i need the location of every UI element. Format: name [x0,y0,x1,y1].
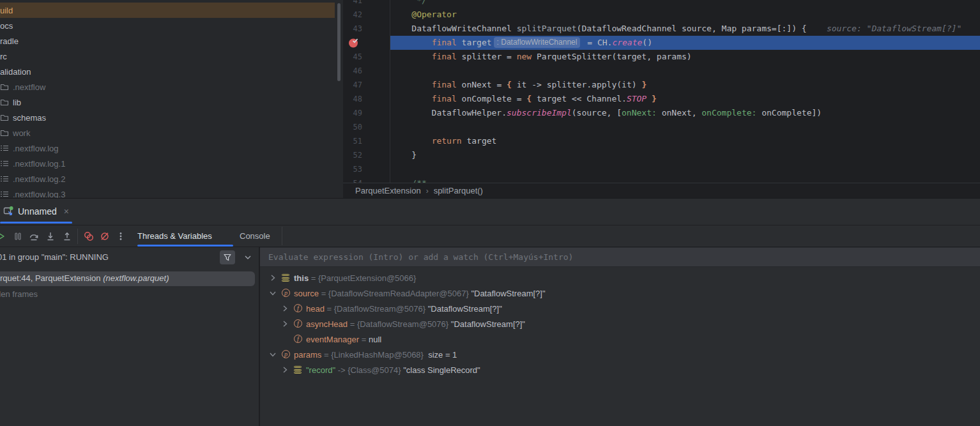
tree-item--nextflow[interactable]: .nextflow [0,79,335,95]
code-line-44[interactable]: final target: DataflowWriteChannel = CH.… [390,36,652,50]
tree-item-work[interactable]: work [0,125,335,141]
mute-breakpoints-icon[interactable] [100,231,110,241]
tree-item-lib[interactable]: lib [0,95,335,110]
more-icon[interactable] [116,231,126,241]
log-file-icon [0,174,13,184]
tree-item-label: alidation [0,67,31,77]
tree-item--nextflow-log-3[interactable]: .nextflow.log.3 [0,186,335,198]
folder-icon [0,128,13,138]
ide-window: uildocsradlercalidation.nextflowlibschem… [0,0,980,426]
folder-icon [0,112,13,123]
chevron-down-icon[interactable] [269,289,277,297]
frame-location: rquet:44, ParquetExtension [0,273,103,283]
debug-tool-window: Unnamed × Threads & Variables Console 01… [0,198,980,426]
variable-row[interactable]: pparams = {LinkedHashMap@5068} size = 1 [260,347,980,362]
hidden-frames-label[interactable]: den frames [0,289,38,299]
code-editor[interactable]: 41424345464748495051525354 */ @Operator … [343,0,980,183]
chevron-right-icon[interactable] [281,320,289,328]
tab-console-label: Console [240,231,270,241]
toolbar-separator [77,229,78,244]
project-tree: uildocsradlercalidation.nextflowlibschem… [0,0,343,198]
tree-item-schemas[interactable]: schemas [0,110,335,125]
tab-console[interactable]: Console [240,225,270,247]
variable-text: "record" -> {Class@5074} "class SingleRe… [306,365,480,375]
debug-session-tab[interactable]: Unnamed × [3,201,69,222]
toolbar-bottom-border [0,247,980,247]
code-line-54[interactable]: /** [390,176,427,183]
field-icon: f [294,319,303,328]
variable-row[interactable]: "record" -> {Class@5074} "class SingleRe… [260,362,980,377]
code-line-46[interactable] [390,64,392,78]
variable-row[interactable]: fhead = {DataflowStream@5076} "DataflowS… [260,301,980,316]
chevron-right-icon[interactable] [269,274,277,282]
tree-scrollbar[interactable] [337,3,341,81]
tree-item--nextflow-log[interactable]: .nextflow.log [0,141,335,156]
pause-icon[interactable] [13,231,23,241]
chevron-right-icon[interactable] [281,366,289,374]
toolbar-separator [282,227,282,245]
tree-item-radle[interactable]: radle [0,33,335,49]
code-line-51[interactable]: return target [390,134,496,148]
tree-item-rc[interactable]: rc [0,49,335,64]
tree-item-label: .nextflow.log.2 [13,174,65,184]
breakpoint-icon[interactable] [348,37,360,49]
code-line-49[interactable]: DataflowHelper.subscribeImpl(source, [on… [390,106,822,120]
tree-item-ocs[interactable]: ocs [0,18,335,33]
code-line-45[interactable]: final splitter = new ParquetSplitter(tar… [390,50,692,64]
step-over-icon[interactable] [29,231,39,241]
close-icon[interactable]: × [64,206,69,217]
tree-item-label: work [13,128,30,138]
tree-item-label: .nextflow.log [13,144,59,153]
stack-frame-row[interactable]: rquet:44, ParquetExtension (nextflow.par… [0,271,255,286]
tree-item-label: .nextflow [13,82,45,92]
tree-item-label: schemas [13,113,46,123]
code-line-53[interactable] [390,162,392,176]
code-line-41[interactable]: */ [390,0,427,8]
code-line-52[interactable]: } [390,148,417,162]
line-number: 43 [343,22,362,36]
breadcrumb-separator-icon: › [426,186,429,195]
line-number: 51 [343,134,362,148]
evaluate-expression-bar[interactable] [260,248,980,267]
breadcrumb-item-class[interactable]: ParquetExtension [355,186,421,195]
code-line-47[interactable]: final onNext = { it -> splitter.apply(it… [390,78,647,92]
filter-frames-button[interactable] [220,250,235,264]
resume-icon[interactable] [0,231,6,241]
tree-item-uild[interactable]: uild [0,3,335,18]
active-tab-underline [0,222,72,224]
tree-item--nextflow-log-1[interactable]: .nextflow.log.1 [0,156,335,171]
chevron-right-icon[interactable] [281,305,289,312]
chevron-down-icon[interactable] [244,254,252,263]
tree-item--nextflow-log-2[interactable]: .nextflow.log.2 [0,171,335,186]
tab-threads-variables[interactable]: Threads & Variables [137,225,212,247]
object-icon [294,365,303,374]
tree-item-label: ocs [0,21,13,31]
evaluate-expression-input[interactable] [268,248,971,266]
breadcrumb-item-method[interactable]: splitParquet() [434,186,483,195]
code-line-42[interactable]: @Operator [390,8,457,22]
folder-icon [0,82,13,92]
variable-text: eventManager = null [306,335,381,344]
field-icon: f [294,335,303,344]
variable-row[interactable]: fasyncHead = {DataflowStream@5076} "Data… [260,316,980,331]
view-breakpoints-icon[interactable] [84,231,94,241]
log-file-icon [0,143,13,153]
code-line-48[interactable]: final onComplete = { target << Channel.S… [390,92,657,106]
code-line-50[interactable] [390,120,392,134]
debugger-toolbar: Threads & Variables Console [0,225,980,247]
tree-item-alidation[interactable]: alidation [0,64,335,79]
step-into-icon[interactable] [45,231,56,241]
chevron-down-icon[interactable] [269,351,277,358]
thread-selector[interactable]: 01 in group "main": RUNNING [0,248,259,267]
tree-item-label: .nextflow.log.1 [13,159,65,169]
step-out-icon[interactable] [62,231,72,241]
line-number: 52 [343,148,362,162]
variable-text: source = {DataflowStreamReadAdapter@5067… [294,289,546,298]
code-line-43[interactable]: DataflowWriteChannel splitParquet(Datafl… [390,22,961,36]
tree-item-label: rc [0,52,7,61]
variable-row[interactable]: psource = {DataflowStreamReadAdapter@506… [260,285,980,301]
variable-row[interactable]: this = {ParquetExtension@5066} [260,270,980,285]
frame-package: (nextflow.parquet) [103,273,169,283]
inline-type-hint: : DataflowWriteChannel [494,37,581,48]
variable-row[interactable]: feventManager = null [260,331,980,347]
